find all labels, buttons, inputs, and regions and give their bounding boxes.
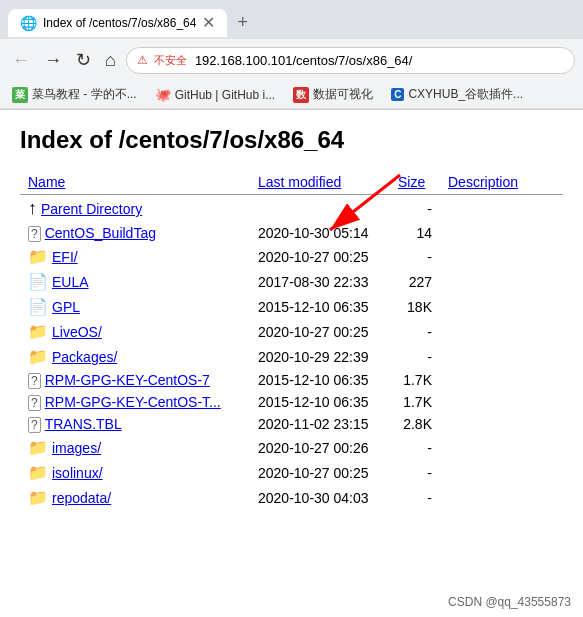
file-link[interactable]: images/: [52, 440, 101, 456]
file-modified: 2020-10-29 22:39: [250, 344, 390, 369]
col-header-name: Name: [20, 170, 250, 195]
bookmark-label: CXYHUB_谷歌插件...: [408, 86, 523, 103]
tab-title: Index of /centos/7/os/x86_64: [43, 16, 196, 30]
bookmarks-bar: 菜 菜鸟教程 - 学的不... 🐙 GitHub | GitHub i... 数…: [0, 81, 583, 109]
address-bar[interactable]: ⚠ 不安全 192.168.100.101/centos/7/os/x86_64…: [126, 47, 575, 74]
file-modified: 2015-12-10 06:35: [250, 294, 390, 319]
file-link[interactable]: isolinux/: [52, 465, 103, 481]
home-button[interactable]: ⌂: [101, 46, 120, 75]
folder-icon: 📁: [28, 323, 48, 340]
cxy-icon: C: [391, 88, 404, 101]
col-header-modified: Last modified: [250, 170, 390, 195]
col-name-link[interactable]: Name: [28, 174, 65, 190]
file-link[interactable]: Packages/: [52, 349, 117, 365]
address-bar-row: ← → ↻ ⌂ ⚠ 不安全 192.168.100.101/centos/7/o…: [0, 39, 583, 81]
file-size: -: [390, 344, 440, 369]
active-tab[interactable]: 🌐 Index of /centos/7/os/x86_64 ✕: [8, 9, 227, 37]
dataviz-icon: 数: [293, 87, 309, 103]
col-header-description: Description: [440, 170, 563, 195]
file-size: 18K: [390, 294, 440, 319]
file-description: [440, 435, 563, 460]
bookmark-dataviz[interactable]: 数 数据可视化: [289, 84, 377, 105]
file-description: [440, 413, 563, 435]
unknown-icon: ?: [28, 226, 41, 242]
file-link[interactable]: RPM-GPG-KEY-CentOS-7: [45, 372, 210, 388]
new-tab-button[interactable]: +: [227, 6, 258, 39]
unknown-icon: ?: [28, 417, 41, 433]
file-description: [440, 195, 563, 223]
table-row: 📁LiveOS/2020-10-27 00:25-: [20, 319, 563, 344]
file-modified: 2015-12-10 06:35: [250, 369, 390, 391]
table-row: 📄GPL2015-12-10 06:3518K: [20, 294, 563, 319]
file-size: 1.7K: [390, 391, 440, 413]
browser-chrome: 🌐 Index of /centos/7/os/x86_64 ✕ + ← → ↻…: [0, 0, 583, 110]
file-description: [440, 460, 563, 485]
file-description: [440, 294, 563, 319]
unknown-icon: ?: [28, 395, 41, 411]
page-title: Index of /centos/7/os/x86_64: [20, 126, 563, 154]
tab-favicon: 🌐: [20, 15, 37, 31]
tab-close-button[interactable]: ✕: [202, 15, 215, 31]
table-row: ?RPM-GPG-KEY-CentOS-T...2015-12-10 06:35…: [20, 391, 563, 413]
back-button[interactable]: ←: [8, 46, 34, 75]
folder-icon: 📁: [28, 439, 48, 456]
file-description: [440, 391, 563, 413]
folder-icon: 📁: [28, 348, 48, 365]
folder-icon: 📁: [28, 248, 48, 265]
file-modified: 2017-08-30 22:33: [250, 269, 390, 294]
bookmark-label: 数据可视化: [313, 86, 373, 103]
col-modified-link[interactable]: Last modified: [258, 174, 341, 190]
file-link[interactable]: GPL: [52, 299, 80, 315]
table-row: 📁images/2020-10-27 00:26-: [20, 435, 563, 460]
directory-table: Name Last modified Size Description ↑Par…: [20, 170, 563, 510]
page-content: Index of /centos/7/os/x86_64 Name Last m…: [0, 110, 583, 526]
file-link[interactable]: repodata/: [52, 490, 111, 506]
github-icon: 🐙: [155, 87, 171, 102]
file-size: -: [390, 244, 440, 269]
table-row: ?RPM-GPG-KEY-CentOS-72015-12-10 06:351.7…: [20, 369, 563, 391]
file-size: -: [390, 195, 440, 223]
file-link[interactable]: EFI/: [52, 249, 78, 265]
file-icon: 📄: [28, 273, 48, 290]
col-desc-link[interactable]: Description: [448, 174, 518, 190]
table-row: 📁repodata/2020-10-30 04:03-: [20, 485, 563, 510]
file-link[interactable]: RPM-GPG-KEY-CentOS-T...: [45, 394, 221, 410]
file-size: -: [390, 460, 440, 485]
table-row: 📁Packages/2020-10-29 22:39-: [20, 344, 563, 369]
table-row: 📁isolinux/2020-10-27 00:25-: [20, 460, 563, 485]
file-size: -: [390, 319, 440, 344]
reload-button[interactable]: ↻: [72, 45, 95, 75]
parent-icon: ↑: [28, 198, 37, 218]
file-modified: 2020-10-27 00:25: [250, 460, 390, 485]
forward-button[interactable]: →: [40, 46, 66, 75]
bookmark-cxyhub[interactable]: C CXYHUB_谷歌插件...: [387, 84, 527, 105]
unknown-icon: ?: [28, 373, 41, 389]
bookmark-icon: 菜: [12, 87, 28, 103]
bookmark-label: GitHub | GitHub i...: [175, 88, 275, 102]
url-text: 192.168.100.101/centos/7/os/x86_64/: [195, 53, 413, 68]
tab-bar: 🌐 Index of /centos/7/os/x86_64 ✕ +: [0, 0, 583, 39]
bookmark-github[interactable]: 🐙 GitHub | GitHub i...: [151, 85, 279, 104]
folder-icon: 📁: [28, 489, 48, 506]
col-header-size: Size: [390, 170, 440, 195]
watermark: CSDN @qq_43555873: [448, 595, 571, 609]
file-icon: 📄: [28, 298, 48, 315]
file-modified: 2020-11-02 23:15: [250, 413, 390, 435]
table-row: ?CentOS_BuildTag2020-10-30 05:1414: [20, 222, 563, 244]
file-modified: 2020-10-30 05:14: [250, 222, 390, 244]
col-size-link[interactable]: Size: [398, 174, 425, 190]
file-link[interactable]: CentOS_BuildTag: [45, 225, 156, 241]
file-link[interactable]: TRANS.TBL: [45, 416, 122, 432]
file-link[interactable]: Parent Directory: [41, 201, 142, 217]
bookmark-rookies[interactable]: 菜 菜鸟教程 - 学的不...: [8, 84, 141, 105]
file-modified: [250, 195, 390, 223]
folder-icon: 📁: [28, 464, 48, 481]
file-link[interactable]: LiveOS/: [52, 324, 102, 340]
file-link[interactable]: EULA: [52, 274, 89, 290]
bookmark-label: 菜鸟教程 - 学的不...: [32, 86, 137, 103]
table-header-row: Name Last modified Size Description: [20, 170, 563, 195]
security-label: 不安全: [154, 53, 187, 68]
file-modified: 2015-12-10 06:35: [250, 391, 390, 413]
file-description: [440, 485, 563, 510]
file-modified: 2020-10-30 04:03: [250, 485, 390, 510]
